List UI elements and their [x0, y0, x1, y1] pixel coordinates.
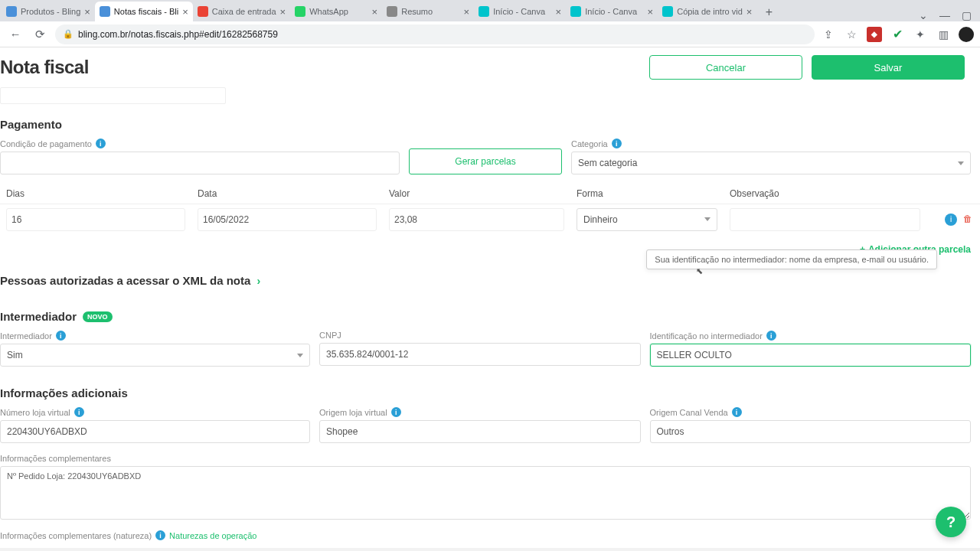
compl-textarea[interactable]: Nº Pedido Loja: 220430UY6ADBXD: [0, 466, 971, 520]
origem-input[interactable]: Shopee: [319, 420, 641, 443]
cnpj-input[interactable]: 35.635.824/0001-12: [319, 343, 641, 366]
info-icon[interactable]: i: [74, 407, 84, 417]
page-title: Nota fiscal: [0, 57, 89, 78]
close-icon[interactable]: ×: [280, 6, 286, 18]
data-input[interactable]: 16/05/2022: [198, 208, 377, 231]
favicon: [198, 6, 208, 17]
col-forma: Forma: [570, 188, 724, 199]
section-xml[interactable]: Pessoas autorizadas a acessar o XML da n…: [0, 274, 250, 287]
chevron-right-icon[interactable]: ›: [256, 275, 260, 287]
check-icon[interactable]: ✔: [890, 27, 905, 42]
favicon: [295, 6, 305, 17]
section-intermediador: Intermediador NOVO: [0, 310, 980, 323]
extensions-icon[interactable]: ✦: [913, 27, 928, 42]
naturezas-link[interactable]: Naturezas de operação: [169, 531, 256, 540]
loja-label: Número loja virtual: [0, 408, 70, 417]
favicon: [387, 6, 397, 17]
trash-icon[interactable]: 🗑: [963, 214, 972, 226]
caret-icon: [704, 217, 710, 221]
sidepanel-icon[interactable]: ▥: [936, 27, 951, 42]
tab-title: Notas fiscais - Bli: [114, 7, 178, 16]
lock-icon: 🔒: [63, 29, 74, 39]
gerar-parcelas-button[interactable]: Gerar parcelas: [409, 148, 562, 174]
favicon: [479, 6, 489, 17]
chevron-down-icon[interactable]: ⌄: [917, 9, 929, 21]
col-data: Data: [191, 188, 383, 199]
tooltip: Sua identificação no intermediador: nome…: [646, 249, 937, 269]
forma-select[interactable]: Dinheiro: [577, 208, 717, 231]
close-icon[interactable]: ×: [464, 6, 470, 18]
close-icon[interactable]: ×: [84, 6, 90, 18]
browser-tab[interactable]: Resumo×: [382, 2, 474, 21]
intermediador-label: Intermediador: [0, 331, 52, 341]
canal-input[interactable]: Outros: [650, 420, 972, 443]
valor-input[interactable]: 23,08: [389, 208, 564, 231]
favicon: [570, 6, 581, 17]
condicao-input[interactable]: [0, 152, 400, 174]
origem-label: Origem loja virtual: [319, 408, 387, 417]
info-icon[interactable]: i: [732, 407, 742, 417]
browser-tab[interactable]: Notas fiscais - Bli×: [95, 2, 193, 21]
caret-icon: [297, 354, 303, 357]
dias-input[interactable]: 16: [6, 208, 185, 231]
close-icon[interactable]: ×: [648, 6, 654, 18]
caret-icon: [958, 161, 964, 165]
maximize-icon[interactable]: ▢: [960, 9, 972, 21]
minimize-icon[interactable]: —: [939, 9, 951, 21]
identificacao-input[interactable]: SELLER OCULTO: [650, 344, 972, 367]
save-button[interactable]: Salvar: [812, 55, 965, 80]
browser-tab[interactable]: Caixa de entrada×: [193, 2, 290, 21]
tab-title: Resumo: [401, 7, 459, 16]
compl-label: Informações complementares: [0, 454, 111, 463]
back-button[interactable]: ←: [6, 25, 24, 44]
browser-tab[interactable]: Cópia de intro vid×: [658, 2, 756, 21]
loja-input[interactable]: 220430UY6ADBXD: [0, 420, 310, 443]
empty-field[interactable]: [0, 87, 226, 104]
adblock-icon[interactable]: ◆: [867, 27, 882, 42]
obs-input[interactable]: [730, 208, 920, 231]
parcela-row: 16 16/05/2022 23,08 Dinheiro i 🗑: [0, 204, 980, 234]
col-obs: Observação: [724, 188, 926, 199]
info-icon[interactable]: i: [155, 530, 165, 540]
info-icon[interactable]: i: [612, 139, 622, 148]
categoria-label: Categoria: [571, 139, 608, 148]
star-icon[interactable]: ☆: [844, 27, 859, 42]
novo-badge: NOVO: [83, 311, 113, 322]
reload-button[interactable]: ⟳: [31, 25, 49, 44]
browser-tab[interactable]: WhatsApp×: [290, 2, 382, 21]
info-icon[interactable]: i: [96, 139, 106, 148]
tab-title: Cópia de intro vid: [677, 7, 743, 16]
section-info-adicionais: Informações adicionais: [0, 386, 980, 399]
favicon: [662, 6, 673, 17]
url-text: bling.com.br/notas.fiscais.php#edit/1628…: [78, 29, 278, 40]
profile-avatar[interactable]: [959, 27, 974, 42]
intermediador-select[interactable]: Sim: [0, 344, 310, 367]
browser-tabs: Produtos - Bling×Notas fiscais - Bli×Cai…: [0, 0, 980, 21]
new-tab-button[interactable]: +: [760, 3, 778, 21]
identificacao-label: Identificação no intermediador: [650, 331, 763, 341]
col-dias: Dias: [0, 188, 191, 199]
close-icon[interactable]: ×: [372, 6, 378, 18]
share-icon[interactable]: ⇪: [821, 27, 836, 42]
info-icon[interactable]: i: [945, 214, 957, 226]
tab-title: Início - Canva: [493, 7, 551, 16]
close-icon[interactable]: ×: [746, 6, 753, 18]
url-input[interactable]: 🔒 bling.com.br/notas.fiscais.php#edit/16…: [55, 24, 815, 44]
close-icon[interactable]: ×: [182, 6, 188, 18]
cancel-button[interactable]: Cancelar: [649, 55, 802, 80]
tab-title: Produtos - Bling: [21, 7, 80, 16]
browser-tab[interactable]: Início - Canva×: [566, 2, 658, 21]
tab-title: Início - Canva: [585, 7, 643, 16]
info-icon[interactable]: i: [56, 331, 66, 341]
info-icon[interactable]: i: [391, 407, 401, 417]
tab-title: WhatsApp: [309, 7, 368, 16]
browser-tab[interactable]: Início - Canva×: [474, 2, 566, 21]
natur-label: Informações complementares (natureza): [0, 531, 152, 540]
categoria-select[interactable]: Sem categoria: [571, 152, 971, 174]
info-icon[interactable]: i: [766, 331, 776, 341]
favicon: [100, 6, 110, 17]
close-icon[interactable]: ×: [556, 6, 562, 18]
help-fab[interactable]: ?: [936, 507, 966, 537]
browser-tab[interactable]: Produtos - Bling×: [2, 2, 95, 21]
favicon: [6, 6, 17, 17]
